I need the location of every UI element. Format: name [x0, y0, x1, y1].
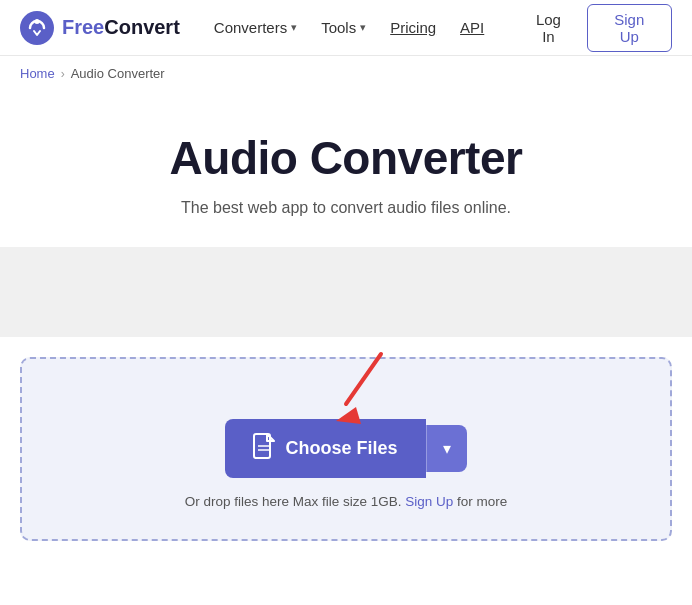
dropdown-chevron-icon: ▾ [443, 439, 451, 458]
hint-prefix: Or drop files here Max file size 1GB. [185, 494, 402, 509]
hint-suffix-text: for more [457, 494, 507, 509]
auth-buttons: Log In Sign Up [518, 4, 672, 52]
choose-files-label: Choose Files [285, 438, 397, 459]
nav-api[interactable]: API [450, 13, 494, 42]
svg-point-0 [20, 11, 54, 45]
upload-dropzone[interactable]: Choose Files ▾ Or drop files here Max fi… [20, 357, 672, 541]
hero-subtitle: The best web app to convert audio files … [20, 199, 672, 217]
nav-tools[interactable]: Tools ▾ [311, 13, 376, 42]
logo-text: FreeConvert [62, 16, 180, 39]
red-arrow-icon [286, 349, 416, 439]
breadcrumb-separator: › [61, 67, 65, 81]
svg-point-1 [35, 19, 40, 24]
svg-marker-2 [336, 407, 361, 424]
nav-converters[interactable]: Converters ▾ [204, 13, 307, 42]
main-nav: Converters ▾ Tools ▾ Pricing API [204, 13, 494, 42]
hero-section: Audio Converter The best web app to conv… [0, 91, 692, 247]
signup-button[interactable]: Sign Up [587, 4, 672, 52]
tools-chevron-icon: ▾ [360, 21, 366, 34]
ad-banner [0, 247, 692, 337]
file-icon [253, 433, 275, 464]
arrow-indicator [286, 349, 406, 429]
upload-hint: Or drop files here Max file size 1GB. Si… [42, 494, 650, 509]
login-button[interactable]: Log In [518, 5, 578, 51]
logo-icon [20, 11, 54, 45]
upload-section: Choose Files ▾ Or drop files here Max fi… [20, 357, 672, 541]
converters-chevron-icon: ▾ [291, 21, 297, 34]
logo[interactable]: FreeConvert [20, 11, 180, 45]
breadcrumb: Home › Audio Converter [0, 56, 692, 91]
nav-pricing[interactable]: Pricing [380, 13, 446, 42]
page-title: Audio Converter [20, 131, 672, 185]
breadcrumb-current: Audio Converter [71, 66, 165, 81]
header: FreeConvert Converters ▾ Tools ▾ Pricing… [0, 0, 692, 56]
choose-files-dropdown[interactable]: ▾ [426, 425, 467, 472]
hint-signup-link[interactable]: Sign Up [405, 494, 453, 509]
breadcrumb-home[interactable]: Home [20, 66, 55, 81]
